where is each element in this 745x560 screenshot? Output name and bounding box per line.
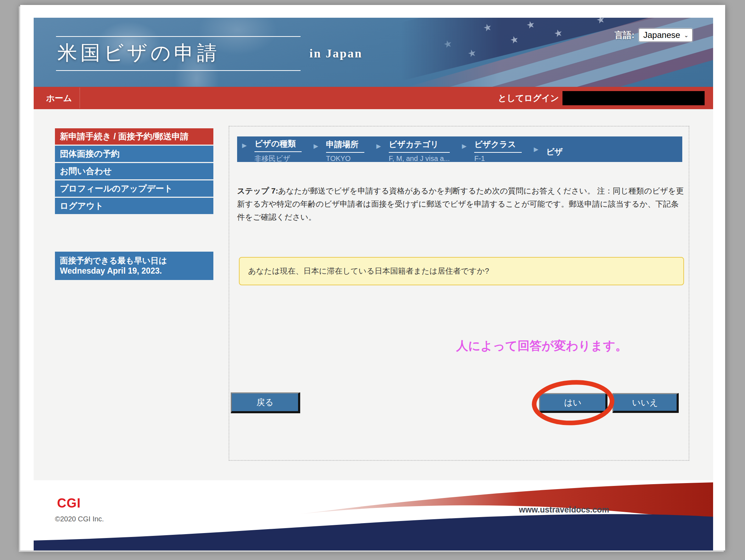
breadcrumb-title: ビザ <box>546 142 568 159</box>
page-content: ★★★ ★★★ ★★★ ★★★ ★ <box>34 18 713 550</box>
site-footer: CGI ©2020 CGI Inc. www.ustraveldocs.com <box>34 480 713 550</box>
question-box: あなたは現在、日本に滞在している日本国籍者または居住者ですか? <box>239 257 684 285</box>
breadcrumb-step-visa-category[interactable]: ▶ ビザカテゴリ F, M, and J visa a... <box>376 136 450 163</box>
footer-website: www.ustraveldocs.com <box>519 505 609 515</box>
breadcrumb-title[interactable]: 申請場所 <box>326 139 364 153</box>
breadcrumb-value: F-1 <box>474 153 522 163</box>
arrow-right-icon: ▶ <box>376 142 381 150</box>
content-panel: ▶ ビザの種類 非移民ビザ ▶ 申請場所 TOKYO <box>229 126 689 461</box>
step-body: あなたが郵送でビザを申請する資格があるかを判断するため次の質問にお答えください。… <box>237 186 684 222</box>
arrow-right-icon: ▶ <box>462 142 466 150</box>
arrow-right-icon: ▶ <box>534 146 538 153</box>
breadcrumb: ▶ ビザの種類 非移民ビザ ▶ 申請場所 TOKYO <box>237 136 682 162</box>
chevron-down-icon: ⌄ <box>684 32 689 39</box>
back-button[interactable]: 戻る <box>231 392 300 413</box>
arrow-right-icon: ▶ <box>242 142 247 149</box>
breadcrumb-title[interactable]: ビザカテゴリ <box>389 139 450 153</box>
earliest-date-line2: Wednesday April 19, 2023. <box>60 266 213 276</box>
site-title: 米国ビザの申請 <box>56 37 301 70</box>
breadcrumb-value: TOKYO <box>326 153 364 163</box>
sidebar-item-update-profile[interactable]: プロフィールのアップデート <box>55 180 213 197</box>
nav-separator <box>79 88 80 108</box>
sidebar-item-contact[interactable]: お問い合わせ <box>55 163 213 179</box>
earliest-date-line1: 面接予約できる最も早い日は <box>60 256 213 266</box>
logged-in-as-label: としてログイン <box>498 87 559 109</box>
footer-wave-graphic <box>34 480 713 550</box>
cgi-logo: CGI <box>57 496 81 511</box>
breadcrumb-title[interactable]: ビザの種類 <box>254 138 302 152</box>
language-label: 言語: <box>615 29 634 41</box>
no-button[interactable]: いいえ <box>612 393 679 413</box>
breadcrumb-value: 非移民ビザ <box>254 152 302 163</box>
breadcrumb-step-post[interactable]: ▶ 申請場所 TOKYO <box>314 136 364 163</box>
site-title-block: 米国ビザの申請 <box>56 36 301 71</box>
sidebar: 新申請手続き / 面接予約/郵送申請 団体面接の予約 お問い合わせ プロフィール… <box>55 128 213 215</box>
step-label: ステップ 7: <box>237 186 278 195</box>
question-text: あなたは現在、日本に滞在している日本国籍者または居住者ですか? <box>248 266 489 276</box>
arrow-right-icon: ▶ <box>314 142 318 150</box>
earliest-date-notice: 面接予約できる最も早い日は Wednesday April 19, 2023. <box>55 252 213 280</box>
breadcrumb-title[interactable]: ビザクラス <box>474 139 522 153</box>
nav-home-link[interactable]: ホーム <box>46 87 83 109</box>
breadcrumb-step-visa-type[interactable]: ▶ ビザの種類 非移民ビザ <box>242 135 302 163</box>
sidebar-item-group-appointment[interactable]: 団体面接の予約 <box>55 146 213 162</box>
step-instructions: ステップ 7:あなたが郵送でビザを申請する資格があるかを判断するため次の質問にお… <box>237 184 684 224</box>
main-nav: ホーム としてログイン <box>34 87 713 109</box>
site-header: ★★★ ★★★ ★★★ ★★★ ★ <box>34 18 713 87</box>
yes-button[interactable]: はい <box>539 393 607 413</box>
user-name-redacted <box>562 91 705 105</box>
annotation-text: 人によって回答が変わります。 <box>456 338 627 354</box>
footer-copyright: ©2020 CGI Inc. <box>55 515 104 523</box>
sidebar-item-logout[interactable]: ログアウト <box>55 198 213 214</box>
breadcrumb-step-visa: ▶ ビザ <box>534 139 568 159</box>
sidebar-item-new-application[interactable]: 新申請手続き / 面接予約/郵送申請 <box>55 128 213 145</box>
site-subtitle: in Japan <box>309 47 363 60</box>
language-select[interactable]: Japanese ⌄ <box>639 28 693 42</box>
title-rule-bottom <box>56 70 301 71</box>
language-select-value: Japanese <box>643 30 680 40</box>
breadcrumb-value: F, M, and J visa a... <box>389 153 450 163</box>
language-box: 言語: Japanese ⌄ <box>615 28 693 42</box>
main-area: 新申請手続き / 面接予約/郵送申請 団体面接の予約 お問い合わせ プロフィール… <box>34 109 713 480</box>
breadcrumb-step-visa-class[interactable]: ▶ ビザクラス F-1 <box>462 136 522 163</box>
page-sheet: ★★★ ★★★ ★★★ ★★★ ★ <box>20 5 725 550</box>
